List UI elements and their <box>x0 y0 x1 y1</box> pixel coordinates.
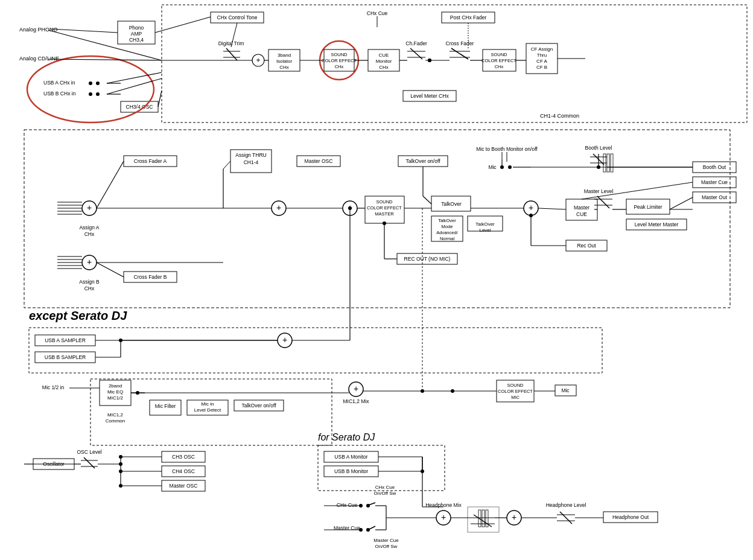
svg-point-189 <box>119 339 122 342</box>
svg-text:SOUND: SOUND <box>331 52 348 57</box>
svg-point-68 <box>428 59 431 62</box>
svg-text:USB A CHx in: USB A CHx in <box>43 80 75 86</box>
svg-text:USB A Monitor: USB A Monitor <box>334 454 367 460</box>
svg-text:Peak Limiter: Peak Limiter <box>634 204 662 210</box>
svg-text:+: + <box>87 257 92 267</box>
svg-text:CUE: CUE <box>576 211 587 217</box>
svg-text:COLOR EFFECT: COLOR EFFECT <box>481 58 516 63</box>
svg-text:CF B: CF B <box>536 65 547 70</box>
svg-text:Mic to Booth Monitor on/off: Mic to Booth Monitor on/off <box>476 146 538 152</box>
svg-point-316 <box>96 92 100 96</box>
diagram-container: Phono AMP CH3,4 CHx Control Tone Digital… <box>0 0 753 560</box>
svg-text:COLOR EFFECT: COLOR EFFECT <box>498 389 533 394</box>
svg-text:MIC1/2: MIC1/2 <box>107 395 123 401</box>
svg-text:except Serato DJ: except Serato DJ <box>29 309 127 322</box>
svg-text:CHx Cue: CHx Cue <box>367 10 388 16</box>
svg-text:Mic in: Mic in <box>202 401 214 407</box>
svg-text:Isolator: Isolator <box>276 59 293 64</box>
svg-text:+: + <box>276 203 281 212</box>
svg-text:CH1-4 Common: CH1-4 Common <box>540 113 579 119</box>
svg-text:USB B Monitor: USB B Monitor <box>334 468 368 474</box>
svg-text:MIC1,2: MIC1,2 <box>107 412 123 418</box>
svg-text:Booth Level: Booth Level <box>585 145 612 151</box>
svg-point-268 <box>366 528 370 532</box>
svg-text:+: + <box>529 203 533 212</box>
svg-text:2band: 2band <box>109 383 122 389</box>
svg-point-111 <box>508 165 512 169</box>
svg-text:Post CHx Fader: Post CHx Fader <box>450 14 487 21</box>
svg-text:Phono: Phono <box>129 25 144 31</box>
svg-text:CH3/4 OSC: CH3/4 OSC <box>126 104 153 110</box>
svg-text:CF A: CF A <box>536 59 547 64</box>
svg-text:Cross Fader: Cross Fader <box>446 40 474 46</box>
svg-point-167 <box>597 165 600 169</box>
svg-point-223 <box>451 389 454 393</box>
svg-text:CH1-4: CH1-4 <box>244 159 259 165</box>
svg-text:Monitor: Monitor <box>376 59 392 64</box>
svg-rect-0 <box>0 0 753 560</box>
svg-text:CH3,4: CH3,4 <box>129 37 144 43</box>
svg-text:Common: Common <box>106 418 125 424</box>
svg-text:Thru: Thru <box>537 52 547 58</box>
svg-text:CHx Control Tone: CHx Control Tone <box>217 14 258 21</box>
svg-text:SOUND: SOUND <box>376 199 393 205</box>
svg-text:Advanced/: Advanced/ <box>436 230 458 235</box>
svg-text:COLOR EFFECT: COLOR EFFECT <box>367 205 402 211</box>
svg-text:CHx: CHx <box>84 285 95 291</box>
svg-text:TalkOver on/off: TalkOver on/off <box>241 402 276 409</box>
svg-text:On/Off Sw: On/Off Sw <box>374 491 396 496</box>
svg-text:AMP: AMP <box>131 31 142 37</box>
svg-text:CHx: CHx <box>379 65 389 70</box>
svg-text:3band: 3band <box>278 52 291 58</box>
svg-text:CUE: CUE <box>379 52 389 58</box>
svg-text:Master Out: Master Out <box>702 194 728 200</box>
svg-text:TalkOver on/off: TalkOver on/off <box>405 158 440 164</box>
svg-point-312 <box>96 81 100 85</box>
svg-text:Master Level: Master Level <box>584 188 614 194</box>
svg-text:COLOR EFFECT: COLOR EFFECT <box>322 58 357 63</box>
svg-text:+: + <box>282 335 287 345</box>
svg-text:CHx: CHx <box>335 64 344 69</box>
svg-text:TalkOver: TalkOver <box>441 201 462 207</box>
svg-text:USB B CHx in: USB B CHx in <box>43 91 76 97</box>
svg-text:Mode: Mode <box>442 224 453 229</box>
svg-text:CH3 OSC: CH3 OSC <box>172 454 195 460</box>
svg-text:TalkOver: TalkOver <box>475 221 495 227</box>
svg-text:CHx Cue: CHx Cue <box>375 485 395 490</box>
svg-text:Mic Filter: Mic Filter <box>155 403 176 409</box>
svg-text:USB A SAMPLER: USB A SAMPLER <box>45 337 86 343</box>
svg-text:Assign THRU: Assign THRU <box>235 152 266 158</box>
svg-text:Master OSC: Master OSC <box>170 483 198 489</box>
svg-text:SOUND: SOUND <box>507 383 524 388</box>
svg-text:Cross Fader B: Cross Fader B <box>134 274 167 280</box>
svg-text:+: + <box>512 512 516 522</box>
svg-point-174 <box>383 221 386 225</box>
svg-text:Master: Master <box>574 205 589 211</box>
svg-text:CHx: CHx <box>495 64 504 69</box>
svg-text:OSC Level: OSC Level <box>77 449 101 455</box>
svg-text:for Serato DJ: for Serato DJ <box>318 432 375 442</box>
svg-text:Level Meter CHx: Level Meter CHx <box>410 93 449 99</box>
svg-text:+: + <box>87 203 92 212</box>
svg-text:Rec Out: Rec Out <box>577 243 596 249</box>
svg-text:Cross Fader A: Cross Fader A <box>134 158 167 164</box>
svg-point-245 <box>119 455 122 459</box>
svg-text:MIC1,2 Mix: MIC1,2 Mix <box>343 398 370 404</box>
svg-text:Assign B: Assign B <box>79 279 100 285</box>
svg-point-311 <box>89 81 92 85</box>
svg-text:Analog PHONO: Analog PHONO <box>19 27 58 33</box>
svg-text:CH4 OSC: CH4 OSC <box>172 468 195 474</box>
svg-text:Mic: Mic <box>488 164 497 170</box>
svg-text:Level: Level <box>479 228 491 233</box>
svg-text:+: + <box>354 384 358 393</box>
svg-text:Mic: Mic <box>561 387 570 393</box>
svg-point-192 <box>348 206 352 210</box>
svg-text:Mic 1/2 in: Mic 1/2 in <box>42 384 65 390</box>
svg-text:Booth Out: Booth Out <box>703 164 726 170</box>
svg-point-261 <box>366 504 370 508</box>
master-cue-label-top: Master Cue <box>701 179 728 185</box>
svg-point-315 <box>89 92 92 96</box>
svg-text:+: + <box>441 512 446 522</box>
svg-point-247 <box>119 484 122 488</box>
svg-text:Mic EQ: Mic EQ <box>107 389 123 395</box>
